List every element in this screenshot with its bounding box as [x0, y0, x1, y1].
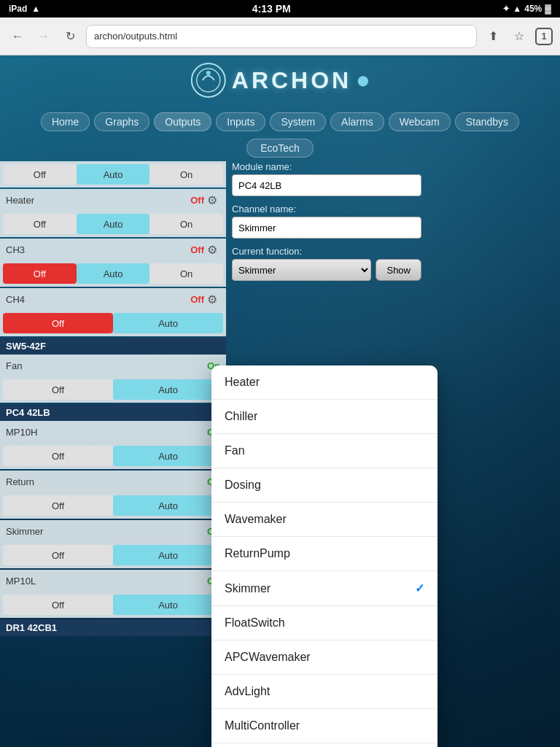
- nav-ecotech[interactable]: EcoTech: [246, 139, 314, 158]
- mp10h-label-row: MP10H On: [0, 421, 226, 443]
- time-display: 4:13 PM: [252, 3, 291, 15]
- dropdown-item-chiller[interactable]: Chiller: [211, 400, 438, 434]
- heater-off-btn[interactable]: Off: [3, 164, 77, 185]
- second-nav: EcoTech: [0, 136, 560, 158]
- last-auto-btn[interactable]: Auto: [113, 313, 223, 333]
- carrier-label: iPad: [9, 4, 27, 14]
- module-input[interactable]: [232, 174, 421, 196]
- dropdown-item-advlight[interactable]: AdvLight: [211, 675, 438, 709]
- nav-graphs[interactable]: Graphs: [94, 112, 149, 131]
- dropdown-item-returnpump[interactable]: ReturnPump: [211, 537, 438, 571]
- nav-system[interactable]: System: [270, 112, 326, 131]
- ch4-off-btn[interactable]: Off: [3, 263, 77, 284]
- dropdown-item-fan[interactable]: Fan: [211, 434, 438, 468]
- ch4-gear-btn[interactable]: ⚙: [204, 293, 220, 306]
- main-content: ARCHON ⬤ Home Graphs Outputs Inputs Syst…: [0, 55, 560, 747]
- ch3-auto-btn[interactable]: Auto: [77, 214, 150, 234]
- heater-controls-row: Off Auto On: [0, 161, 226, 187]
- function-label: Current function:: [232, 246, 421, 257]
- url-text: archon/outputs.html: [94, 31, 177, 42]
- nav-alarms[interactable]: Alarms: [330, 112, 384, 131]
- skimmer-controls-row: Off Auto: [0, 542, 226, 568]
- ch4-controls-row: Off Auto On: [0, 260, 226, 287]
- nav-bar: Home Graphs Outputs Inputs System Alarms…: [0, 112, 560, 131]
- heater-status: Off: [190, 195, 204, 206]
- ch3-name: CH3: [6, 244, 190, 255]
- battery-icon: ▓: [545, 4, 551, 14]
- wifi-signal-icon: ▲: [513, 4, 521, 14]
- logo-icon: [191, 63, 226, 98]
- module-label: Module name:: [232, 161, 421, 172]
- ch4-auto-btn[interactable]: Auto: [77, 263, 150, 284]
- module-group: Module name:: [232, 161, 421, 196]
- share-button[interactable]: ⬆: [483, 26, 503, 47]
- ch3-label-row: CH3 Off ⚙: [0, 239, 226, 260]
- dropdown-item-wavemaker[interactable]: Wavemaker: [211, 503, 438, 537]
- fan-name: Fan: [6, 360, 207, 371]
- reload-button[interactable]: ↻: [60, 26, 80, 47]
- dropdown-item-dosing[interactable]: Dosing: [211, 468, 438, 503]
- right-panel: Module name: Channel name: Current funct…: [232, 161, 421, 288]
- fan-auto-btn[interactable]: Auto: [113, 379, 223, 400]
- ch4-label-row: CH4 Off ⚙: [0, 288, 226, 310]
- ch4-on-btn[interactable]: On: [149, 263, 223, 284]
- dropdown-item-timedcontroller[interactable]: TimedController: [211, 743, 438, 747]
- status-bar: iPad ▲ 4:13 PM ✦ ▲ 45% ▓: [0, 0, 560, 18]
- mp10h-name: MP10H: [6, 427, 207, 438]
- show-button[interactable]: Show: [376, 259, 421, 281]
- mp10h-controls-row: Off Auto: [0, 443, 226, 469]
- last-controls-row: Off Auto: [0, 310, 226, 336]
- mp10l-auto-btn[interactable]: Auto: [113, 595, 223, 615]
- bluetooth-icon: ✦: [502, 4, 510, 14]
- svg-point-1: [206, 71, 211, 75]
- heater-on-btn[interactable]: On: [149, 164, 223, 185]
- dropdown-item-apcwavemaker[interactable]: APCWavemaker: [211, 640, 438, 675]
- function-select[interactable]: Skimmer: [232, 259, 371, 281]
- skimmer-auto-btn[interactable]: Auto: [113, 545, 223, 565]
- back-button[interactable]: ←: [7, 26, 28, 47]
- mp10h-auto-btn[interactable]: Auto: [113, 446, 223, 466]
- forward-button[interactable]: →: [34, 26, 54, 47]
- nav-inputs[interactable]: Inputs: [216, 112, 265, 131]
- ch3-off-btn[interactable]: Off: [3, 214, 77, 234]
- mp10l-off-btn[interactable]: Off: [3, 595, 113, 615]
- sw5-section: SW5-42F: [0, 338, 226, 355]
- dropdown-item-floatswitch[interactable]: FloatSwitch: [211, 606, 438, 640]
- mp10l-controls-row: Off Auto: [0, 592, 226, 618]
- battery-label: 45%: [524, 4, 542, 14]
- channel-group: Channel name:: [232, 204, 421, 239]
- logo-text: ARCHON: [232, 67, 351, 94]
- fan-off-btn[interactable]: Off: [3, 379, 113, 400]
- mp10h-off-btn[interactable]: Off: [3, 446, 113, 466]
- ch3-gear-btn[interactable]: ⚙: [204, 243, 220, 257]
- wifi-icon: ▲: [31, 4, 40, 14]
- logo-area: ARCHON ⬤: [191, 63, 369, 98]
- return-off-btn[interactable]: Off: [3, 495, 113, 516]
- nav-outputs[interactable]: Outputs: [154, 112, 211, 131]
- ch4-status: Off: [190, 294, 204, 305]
- skimmer-name: Skimmer: [6, 526, 207, 537]
- browser-chrome: ← → ↻ archon/outputs.html ⬆ ☆ 1: [0, 18, 560, 55]
- skimmer-label-row: Skimmer On: [0, 520, 226, 542]
- return-auto-btn[interactable]: Auto: [113, 495, 223, 516]
- nav-standbys[interactable]: Standbys: [455, 112, 519, 131]
- left-panel: Off Auto On Heater Off ⚙ Off Auto On CH3…: [0, 161, 226, 636]
- dropdown-overlay: Heater Chiller Fan Dosing Wavemaker Retu…: [211, 365, 438, 747]
- ch3-on-btn[interactable]: On: [149, 214, 223, 234]
- channel-input[interactable]: [232, 217, 421, 239]
- tab-badge[interactable]: 1: [535, 28, 553, 45]
- url-bar[interactable]: archon/outputs.html: [86, 25, 477, 48]
- heater-auto-btn[interactable]: Auto: [77, 164, 150, 185]
- last-off-btn[interactable]: Off: [3, 313, 113, 333]
- mp10l-label-row: MP10L On: [0, 570, 226, 592]
- dropdown-item-skimmer[interactable]: Skimmer ✓: [211, 571, 438, 606]
- heater-name: Heater: [6, 195, 190, 206]
- nav-webcam[interactable]: Webcam: [389, 112, 451, 131]
- heater-gear-btn[interactable]: ⚙: [204, 193, 220, 207]
- dropdown-item-multicontroller[interactable]: MultiController: [211, 709, 438, 743]
- bookmark-button[interactable]: ☆: [509, 26, 529, 47]
- dropdown-item-heater[interactable]: Heater: [211, 365, 438, 400]
- skimmer-off-btn[interactable]: Off: [3, 545, 113, 565]
- return-name: Return: [6, 476, 207, 487]
- nav-home[interactable]: Home: [41, 112, 90, 131]
